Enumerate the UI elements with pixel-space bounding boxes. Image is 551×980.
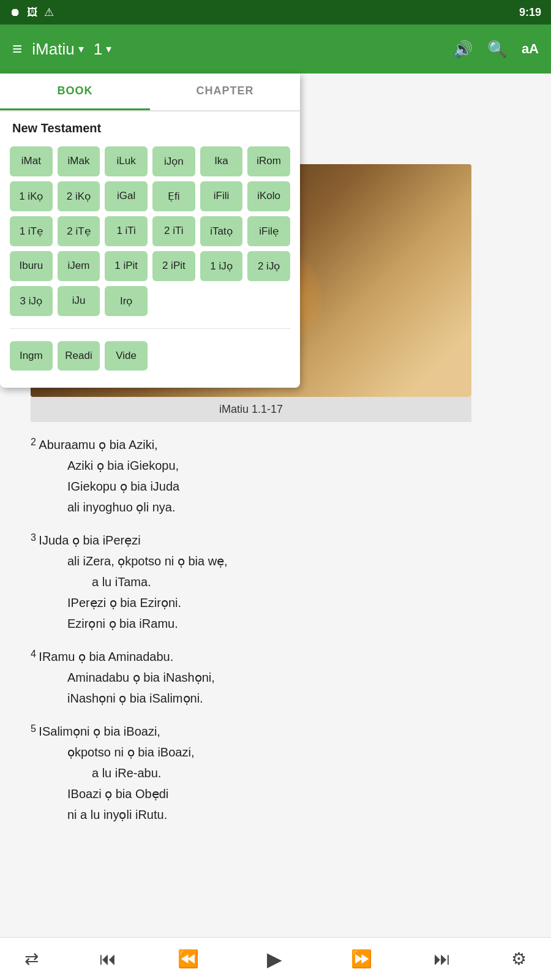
shuffle-button[interactable]: ⇄: [24, 949, 39, 969]
book-ifili[interactable]: iFili: [200, 181, 243, 211]
skip-forward-button[interactable]: ⏭: [433, 949, 451, 969]
chapter-number-label: 1: [94, 40, 102, 59]
verse-num-2: 2: [31, 437, 36, 447]
verse-text-4c: iNashọni ọ bia iSalimọni.: [31, 692, 203, 705]
chapter-selector[interactable]: 1 ▾: [94, 40, 111, 59]
special-empty-1: [152, 341, 195, 371]
book-2iti[interactable]: 2 iTi: [152, 216, 195, 246]
chapter-dropdown-arrow: ▾: [106, 42, 111, 56]
book-chapter-dropdown: BOOK CHAPTER New Testament iMat iMak iLu…: [0, 74, 300, 388]
rewind-button[interactable]: ⏪: [178, 949, 199, 969]
tab-chapter[interactable]: CHAPTER: [150, 74, 300, 110]
dropdown-tabs: BOOK CHAPTER: [0, 74, 300, 111]
book-efi[interactable]: Ẹfi: [152, 181, 195, 211]
verse-num-4: 4: [31, 649, 36, 659]
book-1ite[interactable]: 1 iTẹ: [10, 216, 53, 246]
verse-text-3a: IJuda ọ bia iPerẹzi: [39, 533, 140, 547]
verse-text-5d: IBoazi ọ bia Obẹdi: [31, 787, 168, 801]
books-grid: iMat iMak iLuk iJọn Ika iRom 1 iKọ 2 iKọ…: [0, 141, 300, 321]
book-title-label: iMatiu: [32, 40, 74, 59]
status-icons: ⏺ 🖼 ⚠: [10, 6, 54, 19]
special-empty-2: [200, 341, 243, 371]
image-caption: iMatiu 1.1-17: [31, 397, 471, 422]
image-icon: 🖼: [27, 6, 38, 19]
verse-text-3b: ali iZera, ọkpotso ni ọ bia wẹ,: [31, 554, 228, 568]
status-bar: ⏺ 🖼 ⚠ 9:19: [0, 0, 551, 24]
record-icon: ⏺: [10, 6, 21, 19]
book-imat[interactable]: iMat: [10, 146, 53, 176]
book-empty-2: [200, 286, 243, 316]
book-iro[interactable]: Irọ: [105, 286, 148, 316]
book-itato[interactable]: iTatọ: [200, 216, 243, 246]
special-buttons-row: Ingm Readi Vide: [0, 336, 300, 375]
fast-forward-button[interactable]: ⏩: [351, 949, 372, 969]
skip-back-button[interactable]: ⏮: [99, 949, 116, 969]
book-empty-1: [152, 286, 195, 316]
verse-text-5c: a lu iRe-abu.: [31, 766, 161, 780]
play-button[interactable]: ▶: [260, 944, 290, 974]
verse-block-4: 4 IRamu ọ bia Aminadabu. Aminadabu ọ bia…: [31, 646, 520, 709]
book-3ijo[interactable]: 3 iJọ: [10, 286, 53, 316]
verse-block-2: 2 Aburaamu ọ bia Aziki, Aziki ọ bia iGie…: [31, 434, 520, 518]
warning-icon: ⚠: [44, 6, 54, 19]
book-1ipit[interactable]: 1 iPit: [105, 251, 148, 281]
book-1iti[interactable]: 1 iTi: [105, 216, 148, 246]
book-2ijo[interactable]: 2 iJọ: [247, 251, 290, 281]
book-2ite[interactable]: 2 iTẹ: [58, 216, 100, 246]
book-1ijo[interactable]: 1 iJọ: [200, 251, 243, 281]
book-imak[interactable]: iMak: [58, 146, 100, 176]
book-ikolo[interactable]: iKolo: [247, 181, 290, 211]
book-iju[interactable]: iJu: [58, 286, 100, 316]
book-1iko[interactable]: 1 iKọ: [10, 181, 53, 211]
verse-block-5: 5 ISalimọni ọ bia iBoazi, ọkpotso ni ọ b…: [31, 721, 520, 825]
book-ifile[interactable]: iFilẹ: [247, 216, 290, 246]
verse-block-3: 3 IJuda ọ bia iPerẹzi ali iZera, ọkpotso…: [31, 530, 520, 634]
bottom-bar: ⇄ ⏮ ⏪ ▶ ⏩ ⏭ ⚙: [0, 937, 551, 980]
verse-text-4a: IRamu ọ bia Aminadabu.: [39, 650, 173, 663]
book-2ipit[interactable]: 2 iPit: [152, 251, 195, 281]
verse-text-3e: Ezirọni ọ bia iRamu.: [31, 617, 178, 630]
book-irom[interactable]: iRom: [247, 146, 290, 176]
verse-text-3c: a lu iTama.: [31, 575, 151, 589]
book-igal[interactable]: iGal: [105, 181, 148, 211]
book-dropdown-arrow: ▾: [78, 42, 84, 56]
verse-text-2: Aburaamu ọ bia Aziki,: [39, 438, 157, 451]
verse-num-3: 3: [31, 532, 36, 543]
settings-button[interactable]: ⚙: [511, 949, 527, 969]
book-2iko[interactable]: 2 iKọ: [58, 181, 100, 211]
verse-num-5: 5: [31, 723, 36, 734]
dropdown-separator: [10, 328, 290, 329]
book-iluk[interactable]: iLuk: [105, 146, 148, 176]
verse-text-5b: ọkpotso ni ọ bia iBoazi,: [31, 745, 194, 759]
verse-text-5a: ISalimọni ọ bia iBoazi,: [39, 725, 160, 738]
book-empty-3: [247, 286, 290, 316]
verse-text-2b: Aziki ọ bia iGiekopu,: [31, 459, 179, 472]
book-selector[interactable]: iMatiu ▾: [32, 40, 83, 59]
verse-text-2d: ali inyoghuo ọli nya.: [31, 500, 176, 514]
top-bar-actions: 🔊 🔍 aA: [453, 40, 539, 59]
button-vide[interactable]: Vide: [105, 341, 148, 371]
verse-text-5e: ni a lu inyọli iRutu.: [31, 808, 167, 821]
verse-text-3d: IPerẹzi ọ bia Ezirọni.: [31, 596, 181, 609]
book-iburu[interactable]: Iburu: [10, 251, 53, 281]
verse-text-2c: IGiekopu ọ bia iJuda: [31, 480, 179, 493]
book-ijem[interactable]: iJem: [58, 251, 100, 281]
hamburger-icon[interactable]: ≡: [12, 39, 22, 59]
search-icon[interactable]: 🔍: [487, 40, 507, 59]
tab-book[interactable]: BOOK: [0, 74, 150, 110]
status-time: 9:19: [519, 6, 541, 19]
verse-text-4b: Aminadabu ọ bia iNashọni,: [31, 671, 215, 684]
font-size-icon[interactable]: aA: [522, 41, 539, 57]
top-bar: ≡ iMatiu ▾ 1 ▾ 🔊 🔍 aA: [0, 24, 551, 74]
button-ingm[interactable]: Ingm: [10, 341, 53, 371]
volume-icon[interactable]: 🔊: [453, 40, 473, 59]
book-ika[interactable]: Ika: [200, 146, 243, 176]
section-label-nt: New Testament: [0, 111, 300, 141]
special-empty-3: [247, 341, 290, 371]
button-readi[interactable]: Readi: [58, 341, 100, 371]
book-ijon[interactable]: iJọn: [152, 146, 195, 176]
